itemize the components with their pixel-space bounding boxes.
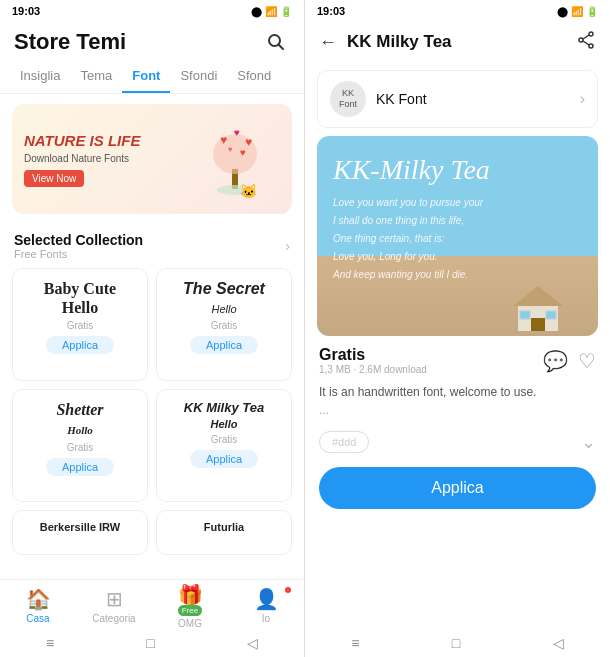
- r-battery-icon: 🔋: [586, 6, 598, 17]
- tab-font[interactable]: Font: [122, 60, 170, 93]
- preview-text-block: KK-Milky Tea Love you want you to pursue…: [333, 154, 490, 284]
- font-name-4: KK Milky TeaHello: [184, 400, 264, 431]
- left-menu-gesture[interactable]: ≡: [46, 635, 54, 651]
- left-header: Store Temi: [0, 22, 304, 60]
- nav-casa-label: Casa: [26, 613, 49, 624]
- svg-line-14: [583, 35, 589, 39]
- font-gratis-2: Gratis: [211, 320, 238, 331]
- font-gratis-1: Gratis: [67, 320, 94, 331]
- applica-btn-2[interactable]: Applica: [190, 336, 258, 354]
- section-info: Selected Collection Free Fonts: [14, 232, 143, 260]
- nav-omg[interactable]: 🎁 Free OMG: [165, 583, 215, 629]
- bluetooth-icon: ⬤: [251, 6, 262, 17]
- left-status-time: 19:03: [12, 5, 40, 17]
- font-card-the-secret: The SecretHello Gratis Applica: [156, 268, 292, 381]
- back-button[interactable]: ←: [319, 32, 337, 53]
- share-button[interactable]: [576, 30, 596, 54]
- price-section: Gratis 1,3 MB · 2,6M download 💬 ♡: [305, 336, 610, 379]
- right-back-gesture[interactable]: ◁: [553, 635, 564, 651]
- section-header: Selected Collection Free Fonts ›: [0, 224, 304, 262]
- banner-text: NATURE IS LIFE Download Nature Fonts Vie…: [24, 132, 190, 187]
- svg-text:♥: ♥: [245, 135, 252, 149]
- io-icon: 👤: [254, 587, 279, 611]
- price-actions: 💬 ♡: [543, 349, 596, 373]
- kk-font-row[interactable]: KKFont KK Font ›: [317, 70, 598, 128]
- banner: NATURE IS LIFE Download Nature Fonts Vie…: [12, 104, 292, 214]
- font-grid: Baby CuteHello Gratis Applica The Secret…: [0, 262, 304, 579]
- left-gesture-bar: ≡ □ ◁: [0, 631, 304, 657]
- r-signal-icon: 📶: [571, 6, 583, 17]
- home-icon: 🏠: [26, 587, 51, 611]
- banner-title: NATURE IS LIFE: [24, 132, 190, 150]
- kk-font-logo: KKFont: [330, 81, 366, 117]
- svg-marker-17: [513, 286, 563, 306]
- right-gesture-bar: ≡ □ ◁: [305, 631, 610, 657]
- kk-font-chevron-icon: ›: [580, 90, 585, 108]
- svg-text:♥: ♥: [234, 127, 240, 138]
- svg-text:♥: ♥: [228, 145, 233, 154]
- tab-insiglia[interactable]: Insiglia: [10, 60, 70, 93]
- tab-tema[interactable]: Tema: [70, 60, 122, 93]
- preview-font-name: KK-Milky Tea: [333, 154, 490, 186]
- left-home-gesture[interactable]: □: [146, 635, 154, 651]
- applica-btn-1[interactable]: Applica: [46, 336, 114, 354]
- applica-btn-4[interactable]: Applica: [190, 450, 258, 468]
- right-panel: 19:03 ⬤ 📶 🔋 ← KK Milky Tea KKFont KK Fon…: [305, 0, 610, 657]
- nav-categoria[interactable]: ⊞ Categoria: [89, 587, 139, 624]
- svg-rect-20: [546, 311, 556, 319]
- font-card-berkersille: Berkersille IRW: [12, 510, 148, 555]
- section-chevron-icon[interactable]: ›: [285, 238, 290, 254]
- font-card-shetter: ShetterHollo Gratis Applica: [12, 389, 148, 502]
- right-home-gesture[interactable]: □: [452, 635, 460, 651]
- poem-line-1: Love you want you to pursue your: [333, 194, 490, 212]
- description-text: It is an handwritten font, welcome to us…: [319, 385, 536, 399]
- tab-sfondi[interactable]: Sfondi: [170, 60, 227, 93]
- battery-icon: 🔋: [280, 6, 292, 17]
- right-status-time: 19:03: [317, 5, 345, 17]
- section-sub: Free Fonts: [14, 248, 143, 260]
- left-status-bar: 19:03 ⬤ 📶 🔋: [0, 0, 304, 22]
- price-info: Gratis 1,3 MB · 2,6M download: [319, 346, 427, 375]
- poem-line-5: And keep wanting you till I die.: [333, 266, 490, 284]
- applica-main-button[interactable]: Applica: [319, 467, 596, 509]
- poem-line-4: Love you, Long for you.: [333, 248, 490, 266]
- banner-view-now-button[interactable]: View Now: [24, 170, 84, 187]
- dropdown-arrow-icon: ⌄: [581, 431, 596, 453]
- right-header: ← KK Milky Tea: [305, 22, 610, 62]
- heart-icon[interactable]: ♡: [578, 349, 596, 373]
- omg-icon: 🎁: [178, 583, 203, 607]
- categoria-icon: ⊞: [106, 587, 123, 611]
- nav-omg-label: OMG: [178, 618, 202, 629]
- left-panel: 19:03 ⬤ 📶 🔋 Store Temi Insiglia Tema Fon…: [0, 0, 305, 657]
- search-button[interactable]: [262, 28, 290, 56]
- right-menu-gesture[interactable]: ≡: [351, 635, 359, 651]
- applica-btn-3[interactable]: Applica: [46, 458, 114, 476]
- banner-art: ♥ ♥ ♥ ♥ ♥ 🐱: [190, 114, 280, 204]
- price-meta: 1,3 MB · 2,6M download: [319, 364, 427, 375]
- description-more: ...: [319, 403, 329, 417]
- description: It is an handwritten font, welcome to us…: [305, 379, 610, 423]
- notification-dot: [285, 587, 291, 593]
- store-title-row: Store Temi: [14, 28, 290, 56]
- left-back-gesture[interactable]: ◁: [247, 635, 258, 651]
- font-name-1: Baby CuteHello: [44, 279, 116, 317]
- comment-icon[interactable]: 💬: [543, 349, 568, 373]
- nav-casa[interactable]: 🏠 Casa: [13, 587, 63, 624]
- section-title: Selected Collection: [14, 232, 143, 248]
- store-title: Store Temi: [14, 29, 126, 55]
- nav-io[interactable]: 👤 Io: [241, 587, 291, 624]
- svg-rect-18: [531, 318, 545, 331]
- font-card-kk-milky-tea: KK Milky TeaHello Gratis Applica: [156, 389, 292, 502]
- font-card-baby-cute-hello: Baby CuteHello Gratis Applica: [12, 268, 148, 381]
- font-name-3: ShetterHollo: [56, 400, 103, 438]
- font-name-2: The SecretHello: [183, 279, 265, 317]
- chip-1[interactable]: #ddd: [319, 431, 369, 453]
- bottom-nav: 🏠 Casa ⊞ Categoria 🎁 Free OMG 👤 Io: [0, 579, 304, 631]
- svg-line-15: [583, 41, 589, 45]
- tab-sfond2[interactable]: Sfond: [227, 60, 281, 93]
- svg-rect-19: [520, 311, 530, 319]
- house-art: [498, 276, 578, 336]
- nav-categoria-label: Categoria: [92, 613, 135, 624]
- left-status-icons: ⬤ 📶 🔋: [251, 6, 292, 17]
- poem-line-2: I shall do one thing in this life,: [333, 212, 490, 230]
